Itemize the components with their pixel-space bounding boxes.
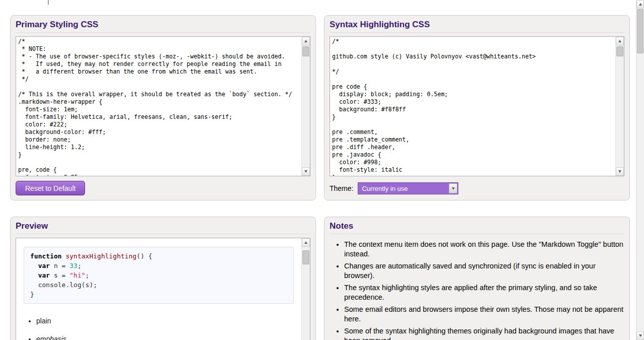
- clipped-element-top: [48, 0, 49, 5]
- theme-select-value: Currently in use: [358, 185, 449, 192]
- code-number: 33: [69, 262, 77, 269]
- theme-select[interactable]: Currently in use: [358, 182, 458, 194]
- scroll-thumb[interactable]: [302, 46, 309, 56]
- arrow-down-icon: [618, 170, 621, 173]
- code-keyword: var: [30, 271, 50, 279]
- scroll-thumb[interactable]: [616, 46, 623, 56]
- reset-to-default-button[interactable]: Reset to Default: [16, 181, 85, 195]
- preview-scrollbar[interactable]: [301, 238, 310, 340]
- scroll-up-button[interactable]: [616, 37, 624, 45]
- scroll-down-button[interactable]: [616, 167, 624, 176]
- syntax-css-scrollbar[interactable]: [615, 37, 624, 176]
- primary-css-textarea[interactable]: /* * NOTE: * - The use of browser-specif…: [16, 37, 301, 176]
- code-keyword: var: [30, 262, 50, 269]
- preview-title: Preview: [16, 220, 310, 234]
- arrow-up-icon: [304, 241, 307, 244]
- panel-syntax-highlighting-css: Syntax Highlighting CSS /* github.com st…: [324, 15, 630, 200]
- notes-list: The context menu item does not work on t…: [336, 240, 624, 340]
- note-item: Changes are automatically saved and sync…: [344, 261, 624, 281]
- preview-area: function syntaxHighlighting() { var n = …: [16, 238, 310, 340]
- arrow-up-icon: [304, 40, 307, 42]
- scroll-down-button[interactable]: [636, 331, 644, 340]
- primary-css-title: Primary Styling CSS: [16, 19, 310, 33]
- chevron-down-icon: [449, 183, 457, 193]
- options-page: { "panels": { "primary": { "title": "Pri…: [0, 0, 644, 340]
- note-item: Some email editors and browsers impose t…: [344, 305, 624, 324]
- preview-bullet-emphasis: emphasis: [36, 334, 301, 340]
- arrow-down-icon: [304, 170, 307, 173]
- arrow-up-icon: [639, 3, 642, 6]
- notes-title: Notes: [330, 220, 624, 234]
- code-keyword: function: [30, 252, 62, 260]
- panel-notes: Notes The context menu item does not wor…: [324, 217, 630, 340]
- panel-preview: Preview function syntaxHighlighting() { …: [10, 217, 316, 340]
- syntax-css-textarea[interactable]: /* github.com style (c) Vasily Polovnyov…: [330, 37, 615, 176]
- theme-label: Theme:: [330, 184, 353, 192]
- preview-bullet-list: plain emphasis: [28, 316, 301, 340]
- scroll-up-button[interactable]: [302, 37, 310, 45]
- note-item: The syntax highlighting styles are appli…: [344, 283, 624, 302]
- scroll-down-button[interactable]: [302, 167, 310, 176]
- code-function-name: syntaxHighlighting: [62, 252, 137, 260]
- preview-content: function syntaxHighlighting() { var n = …: [16, 238, 301, 340]
- syntax-css-editor: /* github.com style (c) Vasily Polovnyov…: [330, 36, 624, 176]
- page-scroll-thumb[interactable]: [637, 9, 643, 53]
- code-string: "hi": [69, 271, 85, 279]
- preview-bullet-plain: plain: [36, 316, 301, 326]
- theme-row: Theme: Currently in use: [330, 182, 624, 194]
- primary-css-scrollbar[interactable]: [301, 37, 310, 176]
- scroll-up-button[interactable]: [302, 238, 310, 247]
- arrow-up-icon: [618, 40, 621, 42]
- page-scrollbar[interactable]: [636, 0, 644, 340]
- panel-primary-styling-css: Primary Styling CSS /* * NOTE: * - The u…: [10, 15, 316, 200]
- note-item: Some of the syntax highlighting themes o…: [344, 326, 624, 340]
- scroll-thumb[interactable]: [302, 250, 309, 264]
- note-item: The context menu item does not work on t…: [344, 240, 624, 259]
- code-block: function syntaxHighlighting() { var n = …: [24, 247, 294, 304]
- arrow-down-icon: [639, 334, 642, 337]
- syntax-css-title: Syntax Highlighting CSS: [330, 19, 624, 33]
- scroll-up-button[interactable]: [636, 0, 644, 9]
- primary-css-editor: /* * NOTE: * - The use of browser-specif…: [16, 36, 310, 176]
